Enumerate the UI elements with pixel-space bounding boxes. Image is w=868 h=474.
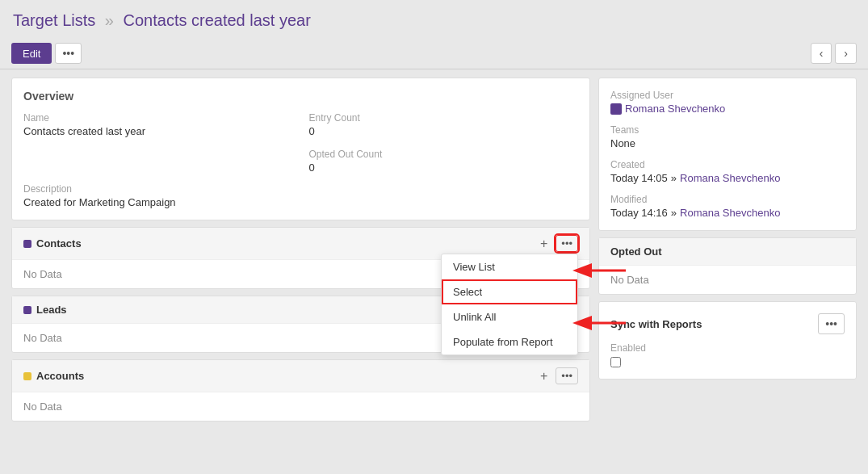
leads-dot [23,306,31,314]
opted-out-count-value: 0 [309,161,579,174]
leads-no-data: No Data [23,332,62,344]
contacts-actions: + ••• View List Select Unlink All Popula… [537,235,578,252]
entry-count-value: 0 [309,125,579,137]
teams-value: None [610,137,845,149]
contacts-header: Contacts + ••• View List Select Unlink A… [12,228,589,260]
toolbar: Edit ••• ‹ › [0,38,868,69]
sync-more-button[interactable]: ••• [818,313,845,334]
info-card: Assigned User Romana Shevchenko Teams No… [598,78,857,231]
created-label: Created [610,159,845,170]
leads-label: Leads [36,304,67,316]
accounts-add-button[interactable]: + [537,369,551,384]
entry-count-label: Entry Count [309,112,579,124]
edit-button[interactable]: Edit [11,43,52,64]
created-by-link[interactable]: Romana Shevchenko [680,172,780,184]
opted-out-body: No Data [599,266,856,294]
description-label: Description [23,183,578,195]
contacts-dropdown-wrapper: ••• View List Select Unlink All Populate… [556,235,578,252]
opted-out-section: Opted Out No Data [598,237,857,295]
created-time: Today 14:05 [610,172,668,184]
breadcrumb-separator: » [105,11,114,29]
toolbar-more-button[interactable]: ••• [55,43,82,64]
leads-title: Leads [23,304,67,316]
overview-fields: Name Contacts created last year Entry Co… [23,112,578,174]
modified-separator: » [671,207,677,219]
accounts-no-data: No Data [23,401,62,413]
user-icon [610,103,622,115]
contacts-section: Contacts + ••• View List Select Unlink A… [11,227,590,289]
nav-prev-button[interactable]: ‹ [811,43,832,64]
breadcrumb-current: Contacts created last year [124,11,311,29]
nav-next-button[interactable]: › [835,43,857,64]
accounts-section: Accounts + ••• No Data [11,359,590,422]
sync-card: Sync with Reports ••• Enabled [598,301,857,380]
toolbar-left: Edit ••• [11,43,82,64]
sync-enabled-checkbox[interactable] [610,357,621,367]
contacts-dropdown-menu: View List Select Unlink All Populate fro… [441,254,578,355]
contacts-label: Contacts [36,237,82,250]
accounts-body: No Data [12,392,589,421]
description-value: Created for Marketing Campaign [23,196,578,208]
opted-out-header: Opted Out [599,238,856,266]
entry-count-field: Entry Count 0 Opted Out Count 0 [309,112,579,174]
sync-header: Sync with Reports ••• [610,313,845,334]
created-value: Today 14:05 » Romana Shevchenko [610,172,845,184]
accounts-title: Accounts [23,370,84,382]
main-content: Overview Name Contacts created last year… [0,69,868,430]
unlink-all-item[interactable]: Unlink All [442,304,577,329]
created-row: Created Today 14:05 » Romana Shevchenko [610,159,845,184]
contacts-add-button[interactable]: + [537,237,551,251]
created-separator: » [671,172,677,184]
name-field: Name Contacts created last year [23,112,293,174]
right-column: Assigned User Romana Shevchenko Teams No… [598,78,857,422]
modified-by-link[interactable]: Romana Shevchenko [680,207,780,219]
accounts-more-button[interactable]: ••• [556,367,578,384]
populate-from-report-item[interactable]: Populate from Report [442,329,577,354]
view-list-item[interactable]: View List [442,254,577,279]
contacts-dot [23,240,31,248]
assigned-user-value: Romana Shevchenko [610,103,845,115]
opted-out-count-label: Opted Out Count [309,149,579,160]
teams-row: Teams None [610,124,845,149]
modified-label: Modified [610,194,845,205]
accounts-actions: + ••• [537,367,578,384]
select-item[interactable]: Select [442,279,577,304]
modified-value: Today 14:16 » Romana Shevchenko [610,207,845,219]
name-label: Name [23,112,293,124]
overview-title: Overview [23,90,578,103]
modified-row: Modified Today 14:16 » Romana Shevchenko [610,194,845,219]
name-value: Contacts created last year [23,125,293,137]
accounts-label: Accounts [36,370,84,382]
contacts-more-button[interactable]: ••• [556,235,578,252]
accounts-header: Accounts + ••• [12,360,589,392]
breadcrumb-link[interactable]: Target Lists [13,11,95,29]
description-field: Description Created for Marketing Campai… [23,183,578,208]
teams-label: Teams [610,124,845,136]
accounts-dot [23,372,31,380]
assigned-user-row: Assigned User Romana Shevchenko [610,90,845,115]
contacts-no-data: No Data [23,268,62,280]
contacts-title: Contacts [23,237,82,250]
modified-time: Today 14:16 [610,207,668,219]
assigned-user-link[interactable]: Romana Shevchenko [625,103,725,115]
sync-enabled-label: Enabled [610,342,845,354]
toolbar-right: ‹ › [811,43,857,64]
sync-enabled-value [610,357,845,367]
assigned-user-label: Assigned User [610,90,845,101]
sync-title: Sync with Reports [610,318,702,330]
left-column: Overview Name Contacts created last year… [11,78,590,422]
overview-card: Overview Name Contacts created last year… [11,78,590,220]
page-title: Target Lists » Contacts created last yea… [0,0,868,38]
